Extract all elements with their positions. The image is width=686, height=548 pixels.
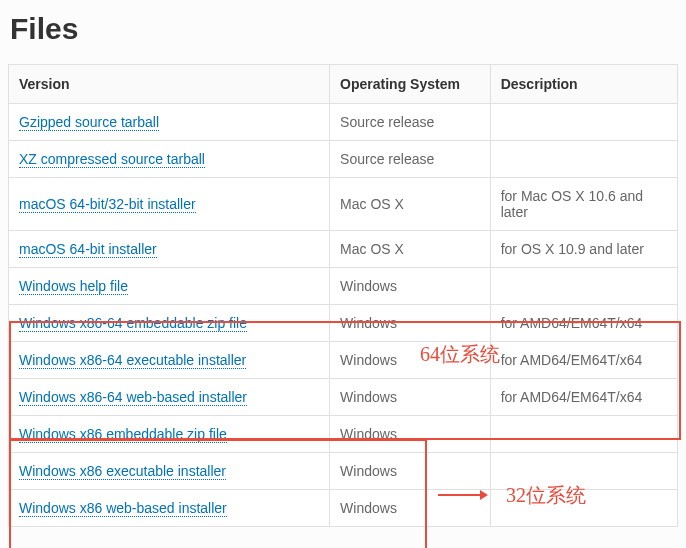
table-row: Windows x86-64 web-based installer Windo… [9, 379, 678, 416]
table-row: Windows x86-64 executable installer Wind… [9, 342, 678, 379]
download-link[interactable]: Gzipped source tarball [19, 114, 159, 131]
table-row: Gzipped source tarball Source release [9, 104, 678, 141]
cell-os: Windows [330, 416, 491, 453]
cell-desc: for AMD64/EM64T/x64 [490, 305, 677, 342]
download-link[interactable]: Windows x86 embeddable zip file [19, 426, 227, 443]
cell-os: Windows [330, 305, 491, 342]
cell-os: Windows [330, 490, 491, 527]
cell-desc [490, 268, 677, 305]
table-wrapper: Version Operating System Description Gzi… [8, 64, 678, 527]
cell-desc: for Mac OS X 10.6 and later [490, 178, 677, 231]
cell-os: Source release [330, 141, 491, 178]
col-header-description: Description [490, 65, 677, 104]
table-row: Windows x86-64 embeddable zip file Windo… [9, 305, 678, 342]
download-link[interactable]: Windows x86 executable installer [19, 463, 226, 480]
cell-desc [490, 490, 677, 527]
download-link[interactable]: XZ compressed source tarball [19, 151, 205, 168]
download-link[interactable]: Windows x86-64 embeddable zip file [19, 315, 247, 332]
cell-desc [490, 104, 677, 141]
files-table: Version Operating System Description Gzi… [8, 64, 678, 527]
cell-desc [490, 141, 677, 178]
cell-desc: for AMD64/EM64T/x64 [490, 342, 677, 379]
cell-os: Mac OS X [330, 178, 491, 231]
cell-desc: for AMD64/EM64T/x64 [490, 379, 677, 416]
cell-os: Source release [330, 104, 491, 141]
cell-desc [490, 416, 677, 453]
download-link[interactable]: Windows help file [19, 278, 128, 295]
download-link[interactable]: macOS 64-bit/32-bit installer [19, 196, 196, 213]
table-row: macOS 64-bit installer Mac OS X for OS X… [9, 231, 678, 268]
table-row: XZ compressed source tarball Source rele… [9, 141, 678, 178]
table-row: Windows x86 executable installer Windows [9, 453, 678, 490]
download-link[interactable]: Windows x86-64 web-based installer [19, 389, 247, 406]
col-header-version: Version [9, 65, 330, 104]
col-header-os: Operating System [330, 65, 491, 104]
download-link[interactable]: macOS 64-bit installer [19, 241, 157, 258]
cell-desc: for OS X 10.9 and later [490, 231, 677, 268]
cell-os: Windows [330, 268, 491, 305]
cell-desc [490, 453, 677, 490]
table-row: Windows help file Windows [9, 268, 678, 305]
download-link[interactable]: Windows x86-64 executable installer [19, 352, 246, 369]
table-row: Windows x86 web-based installer Windows [9, 490, 678, 527]
cell-os: Mac OS X [330, 231, 491, 268]
download-link[interactable]: Windows x86 web-based installer [19, 500, 227, 517]
table-row: macOS 64-bit/32-bit installer Mac OS X f… [9, 178, 678, 231]
cell-os: Windows [330, 453, 491, 490]
page-container: Files Version Operating System Descripti… [0, 0, 686, 548]
cell-os: Windows [330, 342, 491, 379]
table-row: Windows x86 embeddable zip file Windows [9, 416, 678, 453]
page-title: Files [8, 12, 678, 46]
table-header-row: Version Operating System Description [9, 65, 678, 104]
cell-os: Windows [330, 379, 491, 416]
